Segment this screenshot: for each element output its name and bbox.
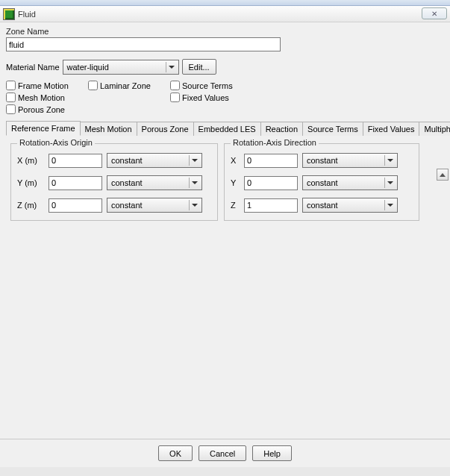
rotation-axis-direction-group: Rotation-Axis Direction X constant Y con…: [224, 143, 419, 221]
origin-x-label: X (m): [17, 156, 44, 165]
window-title: Fluid: [18, 10, 36, 19]
chevron-down-icon: [384, 178, 396, 188]
app-icon: [3, 8, 15, 20]
origin-z-input[interactable]: [49, 198, 102, 213]
tab-source-terms[interactable]: Source Terms: [303, 122, 363, 136]
tab-embedded-les[interactable]: Embedded LES: [194, 122, 261, 136]
direction-z-mode-value: constant: [307, 201, 338, 210]
direction-y-label: Y: [231, 178, 240, 187]
help-button[interactable]: Help: [252, 445, 292, 461]
origin-y-mode-value: constant: [111, 178, 143, 187]
dialog-footer: OK Cancel Help: [0, 439, 450, 467]
rotation-axis-origin-group: Rotation-Axis Origin X (m) constant Y (m…: [10, 143, 218, 221]
direction-z-input[interactable]: [244, 198, 298, 213]
porous-zone-checkbox[interactable]: Porous Zone: [6, 104, 88, 114]
origin-y-input[interactable]: [49, 176, 102, 190]
cancel-button[interactable]: Cancel: [199, 445, 246, 461]
zone-name-input[interactable]: [6, 37, 281, 51]
client-area: Zone Name Material Name water-liquid Edi…: [0, 22, 450, 439]
direction-x-label: X: [231, 156, 240, 165]
mesh-motion-checkbox[interactable]: Mesh Motion: [6, 93, 88, 102]
origin-z-mode-dropdown[interactable]: constant: [107, 198, 202, 213]
material-name-dropdown[interactable]: water-liquid: [63, 60, 179, 75]
chevron-down-icon: [189, 155, 200, 166]
parent-window-fragment: [0, 0, 450, 6]
scroll-up-button[interactable]: [437, 169, 449, 181]
titlebar: Fluid ✕: [0, 6, 450, 22]
zone-name-label: Zone Name: [6, 27, 444, 36]
chevron-down-icon: [384, 155, 396, 166]
chevron-down-icon: [384, 200, 396, 210]
fixed-values-checkbox[interactable]: Fixed Values: [170, 93, 267, 102]
origin-x-mode-dropdown[interactable]: constant: [107, 153, 202, 168]
origin-z-mode-value: constant: [111, 201, 143, 210]
ok-button[interactable]: OK: [158, 445, 193, 461]
tab-multiphase[interactable]: Multiphase: [419, 122, 450, 136]
rotation-axis-origin-legend: Rotation-Axis Origin: [17, 138, 95, 147]
chevron-down-icon: [189, 200, 200, 210]
tab-porous-zone[interactable]: Porous Zone: [137, 122, 194, 136]
source-terms-checkbox[interactable]: Source Terms: [170, 81, 267, 90]
tab-reaction[interactable]: Reaction: [261, 122, 303, 136]
rotation-axis-direction-legend: Rotation-Axis Direction: [231, 138, 319, 147]
chevron-down-icon: [189, 178, 200, 188]
edit-material-button[interactable]: Edit...: [182, 59, 216, 75]
options-checkboxes: Frame Motion Laminar Zone Source Terms M…: [6, 81, 444, 114]
fixed-values-label: Fixed Values: [182, 93, 229, 102]
origin-y-label: Y (m): [17, 178, 44, 187]
porous-zone-label: Porous Zone: [18, 105, 65, 114]
tab-reference-frame[interactable]: Reference Frame: [6, 121, 81, 136]
origin-y-mode-dropdown[interactable]: constant: [107, 175, 202, 190]
tab-fixed-values[interactable]: Fixed Values: [363, 122, 420, 136]
frame-motion-checkbox[interactable]: Frame Motion: [6, 81, 88, 90]
laminar-zone-label: Laminar Zone: [100, 81, 151, 90]
direction-y-mode-dropdown[interactable]: constant: [302, 175, 398, 190]
direction-y-mode-value: constant: [307, 178, 338, 187]
direction-y-input[interactable]: [244, 176, 298, 190]
source-terms-label: Source Terms: [182, 81, 233, 90]
origin-x-mode-value: constant: [111, 156, 143, 165]
close-icon: ✕: [431, 10, 437, 18]
direction-x-input[interactable]: [244, 154, 298, 168]
material-name-value: water-liquid: [67, 63, 109, 72]
direction-z-mode-dropdown[interactable]: constant: [302, 198, 398, 213]
direction-x-mode-dropdown[interactable]: constant: [302, 153, 398, 168]
material-name-label: Material Name: [6, 63, 60, 72]
origin-x-input[interactable]: [49, 154, 102, 168]
direction-x-mode-value: constant: [307, 156, 338, 165]
close-button[interactable]: ✕: [422, 7, 447, 19]
tab-mesh-motion[interactable]: Mesh Motion: [81, 122, 137, 136]
mesh-motion-label: Mesh Motion: [18, 93, 65, 102]
origin-z-label: Z (m): [17, 201, 44, 210]
frame-motion-label: Frame Motion: [18, 81, 69, 90]
tab-bar: Reference Frame Mesh Motion Porous Zone …: [6, 119, 444, 136]
laminar-zone-checkbox[interactable]: Laminar Zone: [88, 81, 170, 90]
direction-z-label: Z: [231, 201, 240, 210]
tab-panel-reference-frame: Rotation-Axis Origin X (m) constant Y (m…: [6, 136, 444, 419]
chevron-down-icon: [166, 62, 177, 72]
